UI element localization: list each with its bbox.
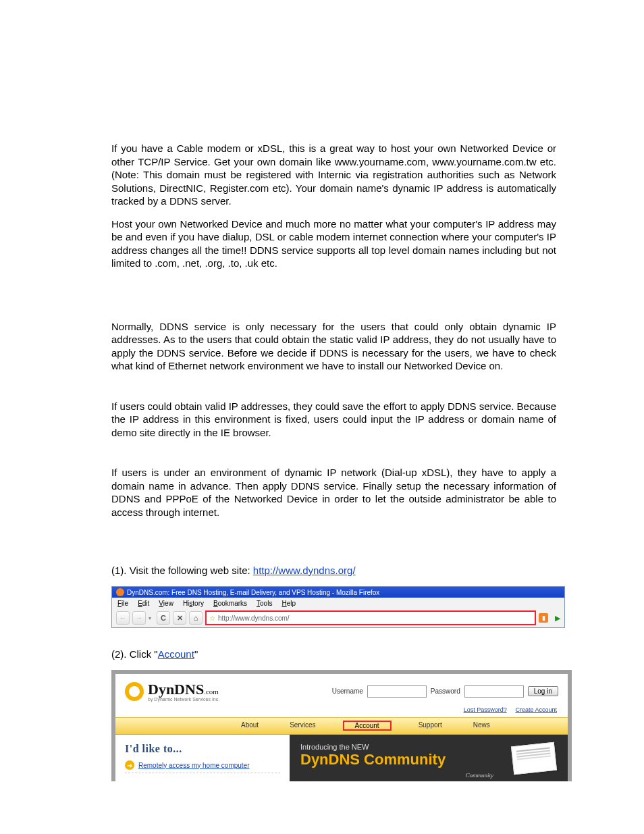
paragraph-4: If users could obtain valid IP addresses… (111, 400, 556, 440)
dyndns-logo-icon (125, 682, 144, 701)
step-1: (1). Visit the following web site: http:… (111, 565, 556, 576)
firefox-toolbar: ← → ▾ C ✕ ⌂ ☆ http://www.dyndns.com/ ▮ ▶ (112, 608, 564, 627)
arrow-icon: ➜ (125, 760, 134, 770)
firefox-titlebar: DynDNS.com: Free DNS Hosting, E-mail Del… (112, 587, 564, 598)
step-1-text: (1). Visit the following web site: (111, 565, 253, 576)
step-2: (2). Click "Account" (111, 648, 556, 660)
logo-text-main: DynDNS (148, 681, 204, 698)
main-nav: About Services Account Support News (115, 717, 568, 735)
left-heading: I'd like to... (125, 743, 280, 755)
bookmark-star-icon[interactable]: ☆ (209, 615, 215, 622)
login-button[interactable]: Log in (528, 686, 558, 696)
nav-news[interactable]: News (469, 721, 494, 731)
username-input[interactable] (367, 685, 427, 698)
firefox-title-text: DynDNS.com: Free DNS Hosting, E-mail Del… (127, 589, 379, 596)
rss-icon[interactable]: ▮ (539, 613, 548, 623)
dyndns-page: DynDNS.com by Dynamic Network Services I… (111, 670, 572, 781)
lost-password-link[interactable]: Lost Password? (464, 706, 507, 713)
nav-services[interactable]: Services (286, 721, 319, 731)
menu-file[interactable]: File (117, 600, 128, 607)
address-bar[interactable]: ☆ http://www.dyndns.com/ (205, 610, 536, 625)
menu-history[interactable]: History (183, 600, 204, 607)
paragraph-2: Host your own Networked Device and much … (111, 217, 556, 270)
create-account-link[interactable]: Create Account (515, 706, 557, 713)
scribble-text: Community (466, 772, 494, 779)
paper-graphic (511, 742, 557, 775)
dyndns-body: I'd like to... ➜ Remotely access my home… (115, 735, 568, 781)
remote-access-link[interactable]: Remotely access my home computer (138, 762, 250, 769)
dyndns-link[interactable]: http://www.dyndns.org/ (253, 565, 356, 576)
firefox-window: DynDNS.com: Free DNS Hosting, E-mail Del… (111, 586, 565, 628)
paragraph-3: Normally, DDNS service is only necessary… (111, 320, 556, 373)
dyndns-logo[interactable]: DynDNS.com by Dynamic Network Services I… (125, 681, 219, 702)
menu-bookmarks[interactable]: Bookmarks (213, 600, 247, 607)
menu-help[interactable]: Help (281, 600, 296, 607)
nav-account[interactable]: Account (343, 721, 392, 731)
username-label: Username (332, 687, 363, 695)
nav-about[interactable]: About (237, 721, 263, 731)
paragraph-1: If you have a Cable modem or xDSL, this … (111, 142, 556, 208)
left-panel: I'd like to... ➜ Remotely access my home… (115, 735, 290, 781)
paragraph-5: If users is under an environment of dyna… (111, 466, 556, 519)
account-link[interactable]: Account (158, 648, 194, 660)
menu-view[interactable]: View (159, 600, 173, 607)
logo-text-suffix: .com (204, 687, 219, 696)
header-links: Lost Password? Create Account (115, 706, 568, 717)
right-panel: Introducing the NEW DynDNS Community Com… (290, 735, 568, 781)
go-button[interactable]: ▶ (555, 614, 560, 623)
stop-button[interactable]: ✕ (173, 611, 186, 625)
home-button[interactable]: ⌂ (189, 611, 203, 625)
menu-edit[interactable]: Edit (138, 600, 149, 607)
password-input[interactable] (464, 685, 524, 698)
step-2-pre: (2). Click " (111, 648, 158, 660)
nav-support[interactable]: Support (414, 721, 446, 731)
logo-subtext: by Dynamic Network Services Inc. (148, 697, 219, 702)
firefox-menubar: File Edit View History Bookmarks Tools H… (112, 598, 564, 608)
menu-tools[interactable]: Tools (257, 600, 272, 607)
firefox-icon (116, 588, 124, 596)
step-2-post: " (194, 648, 198, 660)
dyndns-header: DynDNS.com by Dynamic Network Services I… (115, 674, 568, 706)
address-url: http://www.dyndns.com/ (218, 615, 290, 622)
password-label: Password (431, 687, 460, 695)
login-form: Username Password Log in (332, 685, 558, 698)
back-button[interactable]: ← (116, 611, 130, 625)
forward-button[interactable]: → (132, 611, 146, 625)
reload-button[interactable]: C (157, 611, 170, 625)
list-item: ➜ Remotely access my home computer (125, 760, 280, 773)
history-dropdown-icon[interactable]: ▾ (149, 615, 154, 621)
